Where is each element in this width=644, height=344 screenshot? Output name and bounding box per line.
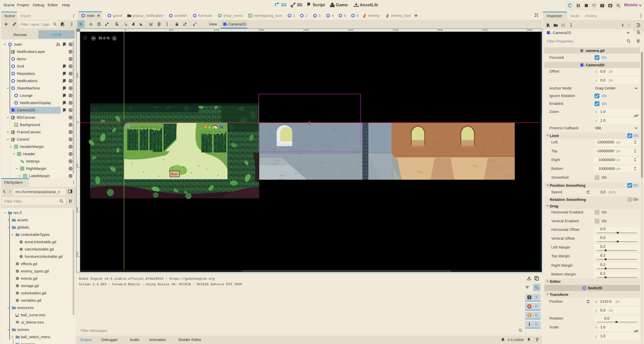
svg-text:DOC: DOC	[637, 33, 640, 34]
svg-text:0: 0	[209, 126, 211, 130]
svg-text:PLAY: PLAY	[171, 173, 178, 176]
